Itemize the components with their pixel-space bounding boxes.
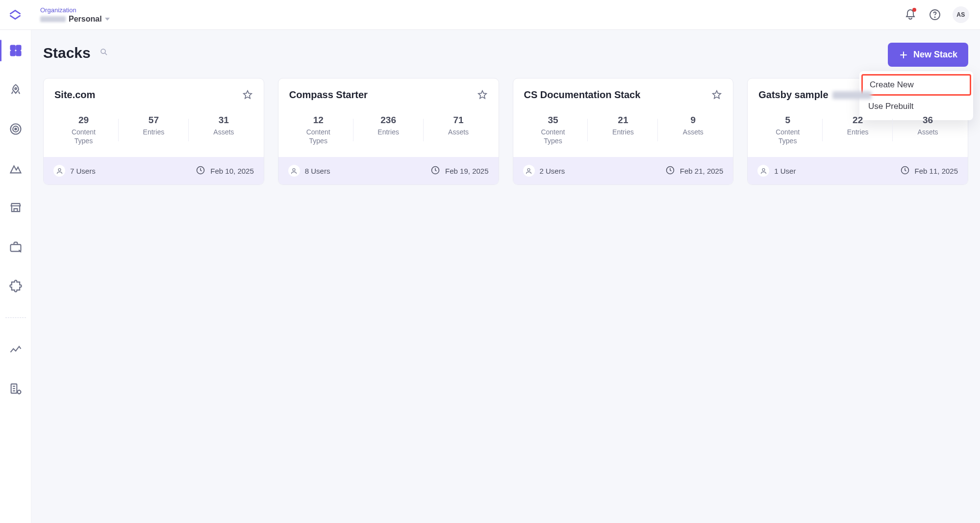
users-icon [523,165,535,177]
svg-point-1 [934,17,935,17]
sidebar [0,30,31,523]
dropdown-create-new[interactable]: Create New [861,74,971,96]
card-title-redacted [832,91,872,99]
stack-card[interactable]: Compass Starter 12Content Types236Entrie… [278,78,499,185]
chevron-down-icon [105,18,110,21]
target-icon [9,122,23,136]
stat-value: 57 [119,115,189,126]
sidebar-item-settings[interactable] [8,381,24,396]
users-text: 1 User [774,167,796,175]
svg-rect-2 [10,46,15,50]
sidebar-item-launch[interactable] [8,82,24,98]
stat-value: 9 [658,115,728,126]
favorite-button[interactable] [711,89,722,102]
org-name: Personal [69,15,102,24]
svg-rect-4 [10,51,15,55]
stat-entries: 57Entries [119,115,189,145]
stat-value: 71 [424,115,494,126]
card-title: Gatsby sample [758,89,828,101]
stat-assets: 9Assets [658,115,728,145]
svg-rect-3 [16,46,21,50]
sidebar-item-marketplace[interactable] [8,200,24,215]
card-title: Compass Starter [289,89,368,101]
svg-rect-5 [16,51,21,55]
stat-label: Entries [588,128,658,136]
favorite-button[interactable] [477,89,488,102]
org-name-redacted [40,16,66,22]
stack-card[interactable]: CS Documentation Stack 35Content Types21… [513,78,734,185]
notifications-button[interactable] [904,8,917,22]
plus-icon [899,50,908,60]
briefcase-icon [9,240,23,254]
date-text: Feb 19, 2025 [445,167,488,175]
new-stack-button[interactable]: New Stack [888,43,968,67]
svg-point-12 [17,391,21,394]
date-text: Feb 21, 2025 [680,167,723,175]
search-icon [100,48,108,56]
stat-value: 29 [49,115,119,126]
stat-value: 35 [518,115,588,126]
stat-label: Assets [658,128,728,136]
org-label: Organization [40,6,110,14]
analytics-icon [9,342,23,356]
building-gear-icon [9,382,23,395]
stat-entries: 236Entries [353,115,424,145]
stat-content-types: 12Content Types [283,115,353,145]
stat-label: Content Types [283,128,353,145]
users-text: 2 Users [540,167,565,175]
stat-label: Entries [353,128,424,136]
sidebar-item-stacks[interactable] [8,43,24,58]
stacks-icon [9,44,23,57]
stat-assets: 36Assets [893,115,963,145]
topbar: Organization Personal AS [0,0,980,30]
stacks-grid: Site.com 29Content Types57Entries31Asset… [43,78,968,185]
stat-value: 236 [353,115,424,126]
user-avatar[interactable]: AS [953,6,969,23]
clock-icon [900,165,910,177]
date-text: Feb 10, 2025 [210,167,253,175]
sidebar-item-models[interactable] [8,160,24,176]
favorite-button[interactable] [242,89,253,102]
stat-assets: 71Assets [424,115,494,145]
sidebar-item-target[interactable] [8,121,24,137]
sidebar-separator [5,317,26,318]
clock-icon [665,165,675,177]
users-icon [53,165,65,177]
svg-point-13 [101,49,105,53]
app-logo [9,8,22,21]
clock-icon [196,165,205,177]
peak-icon [9,161,23,175]
stat-value: 12 [283,115,353,126]
main-content: Stacks New Stack Create New Use Prebuilt… [31,30,980,523]
stat-content-types: 5Content Types [753,115,823,145]
stat-value: 31 [189,115,259,126]
stat-label: Assets [424,128,494,136]
help-button[interactable] [928,8,942,22]
new-stack-dropdown: Create New Use Prebuilt [859,71,973,120]
stat-content-types: 29Content Types [49,115,119,145]
new-stack-label: New Stack [913,50,957,60]
stack-card[interactable]: Site.com 29Content Types57Entries31Asset… [43,78,264,185]
star-icon [477,89,488,100]
search-stacks-button[interactable] [100,48,108,58]
svg-point-6 [15,88,17,90]
org-selector[interactable]: Organization Personal [40,6,110,24]
stat-entries: 21Entries [588,115,658,145]
users-icon [757,165,769,177]
stat-value: 36 [893,115,963,126]
star-icon [242,89,253,100]
stat-value: 5 [753,115,823,126]
sidebar-item-analytics[interactable] [8,341,24,357]
svg-point-14 [58,168,61,171]
svg-point-18 [528,168,530,171]
stat-label: Content Types [753,128,823,145]
star-icon [711,89,722,100]
sidebar-item-tools[interactable] [8,239,24,255]
card-title: Site.com [54,89,95,101]
puzzle-icon [9,279,23,293]
avatar-initials: AS [956,11,965,18]
stat-label: Content Types [518,128,588,145]
users-icon [288,165,300,177]
sidebar-item-extensions[interactable] [8,278,24,294]
dropdown-use-prebuilt[interactable]: Use Prebuilt [859,96,973,117]
